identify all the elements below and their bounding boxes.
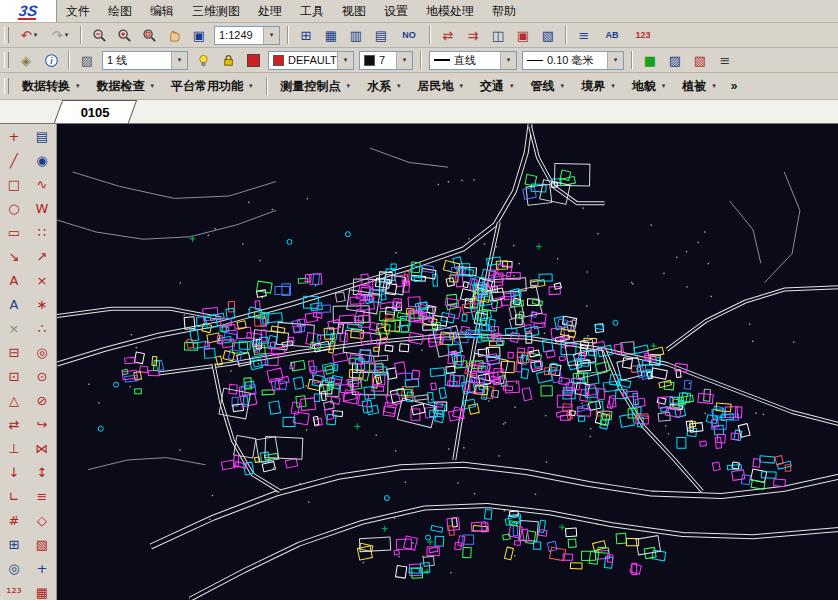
double-arrows-icon[interactable]: ⇉ [461, 24, 485, 46]
letter-w-icon[interactable]: W [28, 196, 56, 220]
drawing-tab[interactable]: 0105 [54, 100, 137, 123]
redo-icon-dropdown-arrow[interactable]: ▾ [65, 31, 69, 39]
pen-combo-dropdown-button[interactable]: ▾ [396, 52, 412, 69]
asterisk-icon[interactable]: ∗ [28, 292, 56, 316]
lineweight-combo[interactable]: 0.10 毫米▾ [522, 51, 624, 70]
cass-data-check[interactable]: 数据检查▾ [89, 74, 163, 98]
cass-landform[interactable]: 地貌▾ [624, 74, 674, 98]
sheet-icon[interactable]: ▤ [369, 24, 393, 46]
lock-icon[interactable] [216, 49, 240, 71]
menu-tools[interactable]: 工具 [291, 0, 333, 22]
cass-platform-functions[interactable]: 平台常用功能▾ [163, 74, 261, 98]
right-angle-icon[interactable]: ∟ [0, 484, 28, 508]
color-combo-dropdown-button[interactable]: ▾ [337, 52, 353, 69]
swap-arrows-icon[interactable]: ⇄ [0, 412, 28, 436]
cross-icon[interactable]: × [28, 268, 56, 292]
cass-traffic[interactable]: 交通▾ [472, 74, 522, 98]
cass-pipeline[interactable]: 管线▾ [523, 74, 573, 98]
menu-view[interactable]: 视图 [333, 0, 375, 22]
bulb-icon[interactable] [191, 49, 215, 71]
text-a-icon[interactable]: A [0, 268, 28, 292]
chart-grid-icon[interactable]: ▧ [688, 49, 712, 71]
zoom-extents-icon[interactable]: ▣ [187, 24, 211, 46]
linetype-combo[interactable]: 直线▾ [429, 51, 517, 70]
hook-arrow-icon[interactable]: ↪ [28, 412, 56, 436]
redo-icon[interactable]: ↷▾ [45, 24, 75, 46]
dots-icon[interactable]: ∷ [28, 220, 56, 244]
menu-help[interactable]: 帮助 [483, 0, 525, 22]
hatch-layers-icon[interactable]: ▧ [536, 24, 560, 46]
grid-icon[interactable]: ⊞ [294, 24, 318, 46]
text-a-blue-icon[interactable]: A [0, 292, 28, 316]
flat-rect-icon[interactable]: ▭ [0, 220, 28, 244]
perpendicular-icon[interactable]: ⊥ [0, 436, 28, 460]
zoom-out-icon[interactable] [87, 24, 111, 46]
cass-boundary[interactable]: 境界▾ [573, 74, 623, 98]
circled-dot-icon[interactable]: ⊙ [28, 364, 56, 388]
map-canvas[interactable] [57, 124, 838, 600]
cass-data-convert[interactable]: 数据转换▾ [14, 74, 88, 98]
triple-bar-icon[interactable]: ≡ [28, 484, 56, 508]
undo-icon-dropdown-arrow[interactable]: ▾ [34, 31, 38, 39]
scale-combo-dropdown-button[interactable]: ▾ [263, 27, 279, 44]
lineweight-combo-dropdown-button[interactable]: ▾ [607, 52, 623, 69]
triple-bar-icon[interactable]: ≡ [572, 24, 596, 46]
cass-water-system[interactable]: 水系▾ [359, 74, 409, 98]
clipboard-icon[interactable]: ▤ [28, 124, 56, 148]
menu-lines-icon[interactable]: ≡ [713, 49, 737, 71]
info-icon[interactable]: i [39, 49, 63, 71]
arrow-se-icon[interactable]: ↘ [0, 244, 28, 268]
no-icon[interactable]: NO [394, 24, 424, 46]
menu-settings[interactable]: 设置 [375, 0, 417, 22]
diamond-icon[interactable]: ◇ [28, 508, 56, 532]
numbers-icon[interactable]: ¹²³ [0, 580, 28, 600]
toolbar-overflow-chevron[interactable]: » [725, 74, 744, 98]
slashed-circle-icon[interactable]: ⊘ [28, 388, 56, 412]
pan-hand-icon[interactable] [162, 24, 186, 46]
boxed-minus-icon[interactable]: ⊟ [0, 340, 28, 364]
hash-icon[interactable]: # [0, 508, 28, 532]
numbers-123-icon[interactable]: 123 [628, 24, 658, 46]
filled-square-icon[interactable]: ▣ [511, 24, 535, 46]
bullseye-icon[interactable]: ◎ [28, 340, 56, 364]
swap-arrows-icon[interactable]: ⇄ [436, 24, 460, 46]
plus-blue-icon[interactable]: + [28, 556, 56, 580]
cells-icon[interactable]: ▥ [344, 24, 368, 46]
menu-process[interactable]: 处理 [249, 0, 291, 22]
layer-combo-dropdown-button[interactable]: ▾ [171, 52, 187, 69]
layers-diamond-icon[interactable]: ◈ [14, 49, 38, 71]
zoom-in-icon[interactable] [112, 24, 136, 46]
layer-combo[interactable]: 1 线▾ [102, 51, 188, 70]
cass-vegetation[interactable]: 植被▾ [674, 74, 724, 98]
menu-edit[interactable]: 编辑 [141, 0, 183, 22]
spline-icon[interactable]: ∿ [28, 172, 56, 196]
globe-icon[interactable]: ◉ [28, 148, 56, 172]
bowtie-icon[interactable]: ⋈ [28, 436, 56, 460]
undo-icon[interactable]: ↶▾ [14, 24, 44, 46]
cass-residential[interactable]: 居民地▾ [410, 74, 472, 98]
scale-combo[interactable]: 1:1249▾ [214, 26, 280, 45]
circle-icon[interactable]: ○ [0, 196, 28, 220]
boxed-plus-icon[interactable]: ⊞ [0, 532, 28, 556]
pen-combo[interactable]: 7▾ [359, 51, 413, 70]
cass-control-points[interactable]: 测量控制点▾ [273, 74, 359, 98]
menu-draw[interactable]: 绘图 [99, 0, 141, 22]
overlap-squares-icon[interactable]: ◫ [486, 24, 510, 46]
target-icon[interactable]: ◎ [0, 556, 28, 580]
triangle-icon[interactable]: △ [0, 388, 28, 412]
move-cross-icon[interactable]: + [0, 124, 28, 148]
rect-icon[interactable]: □ [0, 172, 28, 196]
arrow-updown-icon[interactable]: ↕ [28, 460, 56, 484]
linetype-combo-dropdown-button[interactable]: ▾ [500, 52, 516, 69]
menu-terrain-model[interactable]: 地模处理 [417, 0, 483, 22]
layer-edit-icon[interactable]: ▨ [75, 49, 99, 71]
menu-3d-mapping[interactable]: 三维测图 [183, 0, 249, 22]
table-icon[interactable]: ▦ [319, 24, 343, 46]
menu-file[interactable]: 文件 [57, 0, 99, 22]
color-swatch-icon[interactable] [241, 49, 265, 71]
therefore-dots-icon[interactable]: ∴ [28, 316, 56, 340]
line-icon[interactable]: ╱ [0, 148, 28, 172]
zoom-window-icon[interactable] [137, 24, 161, 46]
grid-square-icon[interactable]: ▦ [28, 580, 56, 600]
hatch-square-icon[interactable]: ▨ [663, 49, 687, 71]
